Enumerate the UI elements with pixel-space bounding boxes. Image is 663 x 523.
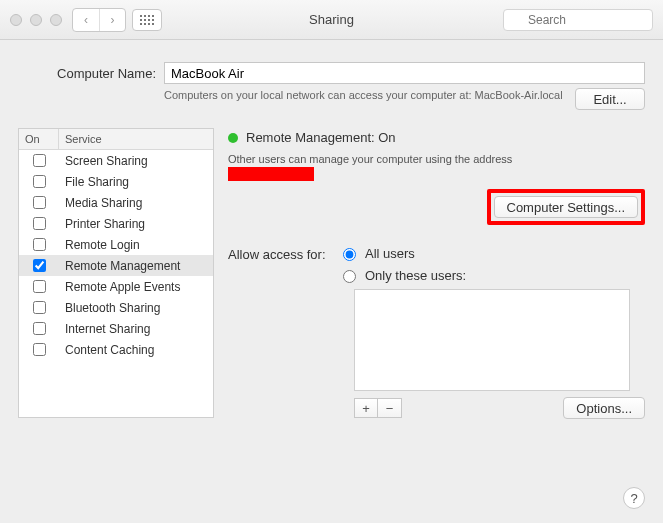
service-checkbox[interactable] [33,196,46,209]
computer-name-label: Computer Name: [46,66,156,81]
service-label: Remote Apple Events [59,280,213,294]
close-window-button[interactable] [10,14,22,26]
computer-name-sub: Computers on your local network can acce… [164,88,645,110]
service-row-content-caching[interactable]: Content Caching [19,339,213,360]
users-listbox[interactable] [354,289,630,391]
user-list-controls: + − Options... [354,397,645,419]
service-label: Bluetooth Sharing [59,301,213,315]
redacted-address [228,167,314,181]
status-dot-icon [228,133,238,143]
back-button[interactable]: ‹ [73,9,99,31]
grid-icon [140,15,154,25]
edit-hostname-button[interactable]: Edit... [575,88,645,110]
radio-input[interactable] [343,248,356,261]
service-row-remote-apple-events[interactable]: Remote Apple Events [19,276,213,297]
service-checkbox[interactable] [33,217,46,230]
radio-only-these-users[interactable]: Only these users: [338,267,645,283]
service-label: Screen Sharing [59,154,213,168]
minus-icon: − [386,401,394,416]
highlight-annotation: Computer Settings... [487,189,646,225]
service-checkbox[interactable] [33,238,46,251]
chevron-left-icon: ‹ [84,13,88,27]
service-checkbox[interactable] [33,343,46,356]
remove-user-button[interactable]: − [378,398,402,418]
service-row-screen-sharing[interactable]: Screen Sharing [19,150,213,171]
computer-name-input[interactable] [164,62,645,84]
status-description: Other users can manage your computer usi… [228,153,645,165]
access-label: Allow access for: [228,245,332,419]
service-checkbox[interactable] [33,154,46,167]
minimize-window-button[interactable] [30,14,42,26]
window-traffic-lights [10,14,62,26]
access-section: Allow access for: All users Only these u… [228,245,645,419]
computer-settings-button[interactable]: Computer Settings... [494,196,639,218]
computer-name-row: Computer Name: [46,62,645,84]
column-on[interactable]: On [19,129,59,149]
service-label: Internet Sharing [59,322,213,336]
detail-panel: Remote Management: On Other users can ma… [228,128,645,419]
column-service[interactable]: Service [59,129,213,149]
service-label: Remote Management [59,259,213,273]
service-checkbox[interactable] [33,175,46,188]
computer-settings-wrap: Computer Settings... [228,189,645,225]
services-table: On Service Screen Sharing File Sharing M… [18,128,214,418]
service-row-remote-login[interactable]: Remote Login [19,234,213,255]
status-row: Remote Management: On [228,130,645,145]
search-input[interactable] [503,9,653,31]
radio-label: All users [365,246,415,261]
search-wrap [503,9,653,31]
zoom-window-button[interactable] [50,14,62,26]
service-checkbox[interactable] [33,301,46,314]
service-row-remote-management[interactable]: Remote Management [19,255,213,276]
add-user-button[interactable]: + [354,398,378,418]
radio-input[interactable] [343,270,356,283]
service-row-media-sharing[interactable]: Media Sharing [19,192,213,213]
options-button[interactable]: Options... [563,397,645,419]
service-label: Remote Login [59,238,213,252]
service-checkbox[interactable] [33,259,46,272]
main-row: On Service Screen Sharing File Sharing M… [18,128,645,419]
service-row-file-sharing[interactable]: File Sharing [19,171,213,192]
service-label: Printer Sharing [59,217,213,231]
show-all-button[interactable] [132,9,162,31]
service-label: Media Sharing [59,196,213,210]
help-button[interactable]: ? [623,487,645,509]
service-label: Content Caching [59,343,213,357]
toolbar: ‹ › Sharing [0,0,663,40]
status-title: Remote Management: On [246,130,396,145]
services-header: On Service [19,129,213,150]
service-row-internet-sharing[interactable]: Internet Sharing [19,318,213,339]
service-checkbox[interactable] [33,322,46,335]
content: Computer Name: Computers on your local n… [0,40,663,523]
service-row-printer-sharing[interactable]: Printer Sharing [19,213,213,234]
computer-name-subtext: Computers on your local network can acce… [164,88,563,103]
service-label: File Sharing [59,175,213,189]
service-row-bluetooth-sharing[interactable]: Bluetooth Sharing [19,297,213,318]
access-radio-group: All users Only these users: [338,245,645,283]
help-icon: ? [630,491,637,506]
chevron-right-icon: › [111,13,115,27]
radio-label: Only these users: [365,268,466,283]
plus-icon: + [362,401,370,416]
forward-button[interactable]: › [99,9,125,31]
service-checkbox[interactable] [33,280,46,293]
nav-buttons: ‹ › [72,8,126,32]
radio-all-users[interactable]: All users [338,245,645,261]
